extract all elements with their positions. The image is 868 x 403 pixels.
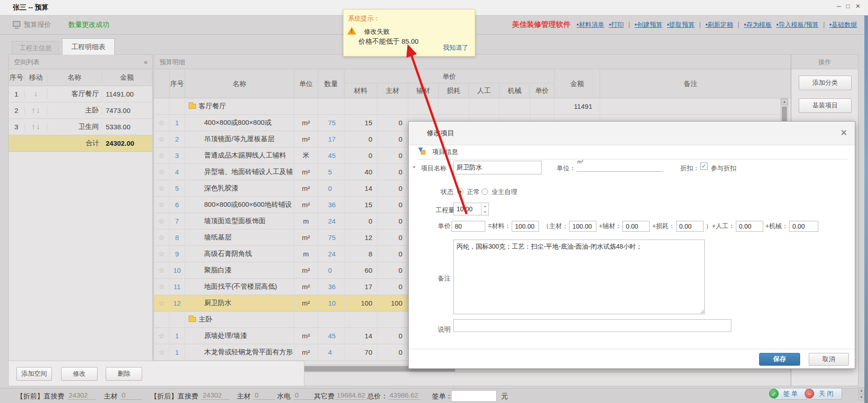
- unit-input[interactable]: m²: [576, 160, 663, 172]
- item-seq: 8: [169, 230, 185, 246]
- space-total-row: 合计 24302.00: [9, 135, 152, 152]
- item-main-material: 0: [377, 197, 408, 213]
- scroll-down-small-icon[interactable]: ▼: [858, 394, 864, 400]
- move-up-icon[interactable]: ↑: [31, 122, 36, 131]
- delete-space-button[interactable]: 删除: [106, 367, 142, 381]
- star-icon[interactable]: ☆: [158, 250, 164, 258]
- star-icon[interactable]: ☆: [158, 118, 164, 127]
- space-footer-strip: [8, 361, 304, 386]
- link-separator: |: [738, 21, 740, 28]
- toolbar-links: •材料清单•打印|•创建预算•提取预算|•刷新定额|•存为模板•导入模板/预算|…: [572, 21, 857, 29]
- star-icon[interactable]: ☆: [158, 299, 164, 307]
- quantity-stepper[interactable]: ▲▼: [453, 203, 489, 215]
- space-row[interactable]: 1↓客厅餐厅11491.00: [9, 86, 152, 102]
- detail-group-row[interactable]: 客厅餐厅11491: [154, 98, 791, 115]
- aux-material-input[interactable]: [622, 221, 650, 232]
- yuan-label: 元: [501, 392, 508, 401]
- close-icon[interactable]: ✕: [854, 3, 862, 10]
- move-down-icon[interactable]: ↓: [36, 122, 41, 131]
- col-qty: 数量: [318, 69, 344, 98]
- loss-input[interactable]: [676, 221, 704, 232]
- move-arrows: ↓: [25, 90, 47, 99]
- item-seq: 1: [169, 115, 185, 131]
- toolbar-link-材料清单[interactable]: •材料清单: [576, 21, 604, 28]
- col-main-material: 主材: [377, 83, 408, 98]
- star-icon[interactable]: ☆: [158, 151, 164, 160]
- alert-title: 系统提示：: [348, 15, 380, 23]
- sign-amount-input[interactable]: [451, 390, 497, 402]
- modal-close-icon[interactable]: ✕: [840, 128, 847, 138]
- item-unit: m²: [294, 115, 318, 131]
- quantity-input[interactable]: [454, 203, 481, 215]
- remark-textarea[interactable]: 丙纶，国标300克；工艺：扫尘-平地-底油-面油-闭水试炼48小时；: [453, 240, 705, 314]
- star-icon[interactable]: ☆: [158, 168, 164, 176]
- item-qty: 10: [318, 295, 344, 311]
- maximize-icon[interactable]: □: [844, 3, 852, 10]
- spin-down-icon[interactable]: ▼: [482, 209, 488, 215]
- item-main-material: 0: [377, 344, 408, 361]
- tab-detail-sheet[interactable]: 工程明细表: [62, 38, 115, 55]
- status-owner-radio[interactable]: [482, 189, 488, 195]
- star-icon[interactable]: ☆: [158, 200, 164, 209]
- toolbar-link-导入模板/预算[interactable]: •导入模板/预算: [776, 21, 819, 28]
- space-row[interactable]: 2↑↓主卧7473.00: [9, 102, 152, 119]
- move-arrows: ↑↓: [25, 122, 47, 132]
- star-icon[interactable]: ☆: [158, 266, 164, 275]
- sign-button[interactable]: 签 单: [775, 388, 806, 400]
- scroll-up-icon[interactable]: ▲: [781, 99, 788, 105]
- item-seq: 6: [169, 197, 185, 213]
- space-panel: 空间列表 « 序号 移动 名称 金额 1↓客厅餐厅11491.002↑↓主卧74…: [8, 54, 153, 386]
- star-icon[interactable]: ☆: [158, 233, 164, 242]
- col-machine: 机械: [499, 83, 530, 98]
- discount-checkbox[interactable]: ✓: [700, 163, 708, 170]
- water-value: 0: [293, 391, 315, 400]
- discount-label: 折扣：: [680, 164, 699, 173]
- toolbar-link-打印[interactable]: •打印: [609, 21, 624, 28]
- move-up-icon[interactable]: ↑: [31, 106, 36, 115]
- unit-price-input[interactable]: [452, 221, 485, 232]
- toolbar-link-创建预算[interactable]: •创建预算: [635, 21, 663, 28]
- main-material-input[interactable]: [569, 221, 596, 232]
- move-down-icon[interactable]: ↓: [34, 90, 38, 98]
- item-name: 墙纸基层: [185, 230, 294, 246]
- close-button[interactable]: 关 闭: [810, 388, 842, 400]
- minimize-icon[interactable]: ─: [835, 3, 842, 10]
- save-button[interactable]: 保存: [759, 353, 800, 366]
- detail-panel-header: 预算明细: [154, 55, 791, 69]
- status-normal-radio[interactable]: [457, 189, 463, 195]
- star-icon[interactable]: ☆: [158, 184, 164, 193]
- add-space-button[interactable]: 添加空间: [16, 367, 52, 381]
- machine-input[interactable]: [789, 221, 818, 232]
- alert-dismiss-link[interactable]: 我知道了: [443, 44, 468, 52]
- total-price-label: 总价：: [367, 392, 388, 401]
- star-icon[interactable]: ☆: [158, 217, 164, 225]
- toolbar-link-存为模板[interactable]: •存为模板: [744, 21, 772, 28]
- move-down-icon[interactable]: ↓: [36, 106, 41, 115]
- labor-input[interactable]: [736, 221, 763, 232]
- tab-main-info[interactable]: 工程主信息: [12, 41, 59, 54]
- star-icon[interactable]: ☆: [158, 135, 164, 143]
- base-items-button[interactable]: 基装项目: [799, 98, 852, 113]
- item-material: 12: [344, 230, 377, 246]
- toolbar-link-刷新定额[interactable]: •刷新定额: [705, 21, 733, 28]
- edit-space-button[interactable]: 修改: [61, 367, 98, 381]
- add-category-button[interactable]: 添加分类: [799, 76, 852, 90]
- ops-panel-title: 操作: [818, 58, 831, 66]
- star-icon[interactable]: ☆: [158, 282, 164, 291]
- right-scrollbar[interactable]: [864, 15, 868, 403]
- cancel-button[interactable]: 取消: [809, 353, 849, 366]
- star-icon[interactable]: ☆: [158, 348, 164, 357]
- material-input[interactable]: [512, 221, 539, 232]
- item-name-input[interactable]: [453, 161, 542, 174]
- note-input[interactable]: [453, 319, 731, 332]
- scroll-up-small-icon[interactable]: ▲: [858, 388, 864, 393]
- item-info-icon: [418, 147, 426, 155]
- star-icon[interactable]: ☆: [158, 332, 164, 340]
- toolbar-link-基础数据[interactable]: •基础数据: [829, 21, 857, 28]
- collapse-icon[interactable]: «: [144, 55, 148, 69]
- spin-up-icon[interactable]: ▲: [482, 203, 488, 209]
- col-unit-price: 单价: [530, 83, 554, 98]
- col-note: 备注: [600, 69, 781, 98]
- space-row[interactable]: 3↑↓卫生间5338.00: [9, 119, 152, 135]
- toolbar-link-提取预算[interactable]: •提取预算: [667, 21, 695, 28]
